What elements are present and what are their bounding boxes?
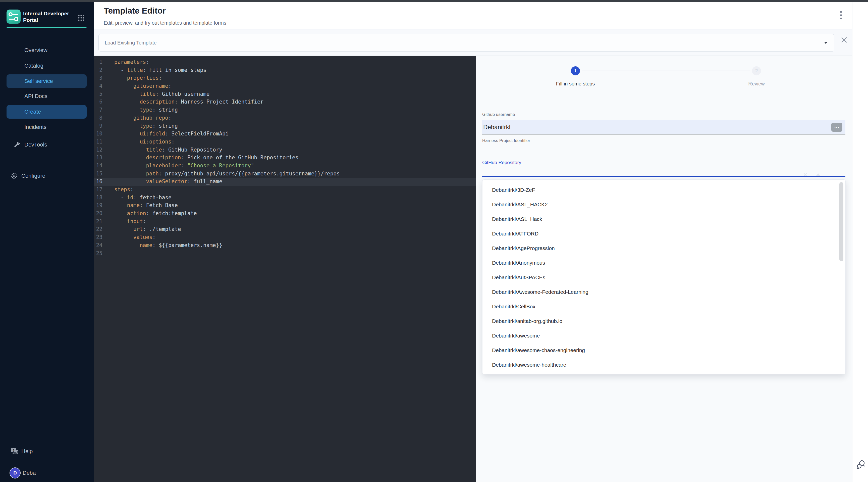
line-content: valueSelector: full_name xyxy=(114,178,222,186)
line-content: description: Harness Project Identifier xyxy=(114,98,264,106)
repo-option[interactable]: Debanitrkl/CellBox xyxy=(483,299,845,314)
sidebar-item-label: Configure xyxy=(21,173,45,179)
line-number: 16 xyxy=(94,178,102,186)
repo-option[interactable]: Debanitrkl/ASL_Hack xyxy=(483,212,845,227)
line-number: 6 xyxy=(94,98,102,106)
gear-icon xyxy=(10,172,18,179)
code-line[interactable]: 10 ui:field: SelectFieldFromApi xyxy=(94,130,476,138)
load-template-placeholder: Load Existing Template xyxy=(105,40,156,46)
code-line[interactable]: 11 ui:options: xyxy=(94,138,476,146)
sidebar-item-devtools[interactable]: DevTools xyxy=(0,139,94,150)
sidebar-item-incidents[interactable]: Incidents xyxy=(0,122,94,133)
code-line[interactable]: 5 title: Github username xyxy=(94,90,476,98)
more-options-button[interactable] xyxy=(837,10,845,22)
repo-option[interactable]: Debanitrkl/awesome xyxy=(483,328,845,343)
code-line[interactable]: 20 action: fetch:template xyxy=(94,210,476,218)
close-toolbar-button[interactable] xyxy=(840,36,848,44)
code-line[interactable]: 2 - title: Fill in some steps xyxy=(94,66,476,74)
line-number: 19 xyxy=(94,202,102,210)
code-line[interactable]: 23 values: xyxy=(94,234,476,241)
pipeline-logo-icon xyxy=(6,9,21,24)
sidebar-item-catalog[interactable]: Catalog xyxy=(0,60,94,71)
line-content: name: Fetch Base xyxy=(114,202,178,210)
sidebar-item-label: Overview xyxy=(24,47,48,54)
load-template-select[interactable]: Load Existing Template xyxy=(98,34,834,52)
line-content: parameters: xyxy=(114,58,149,66)
line-number: 23 xyxy=(94,234,102,241)
clear-selection-icon[interactable]: × xyxy=(803,171,807,179)
ellipsis-glyph: ⋯ xyxy=(834,124,840,130)
help-button[interactable]: ? Help xyxy=(0,446,94,457)
window-top-edge xyxy=(0,0,868,2)
sidebar-item-create[interactable]: Create xyxy=(6,105,87,119)
dropdown-scrollbar-thumb[interactable] xyxy=(839,182,843,261)
sidebar-item-overview[interactable]: Overview xyxy=(0,45,94,56)
code-line[interactable]: 19 name: Fetch Base xyxy=(94,202,476,210)
code-line[interactable]: 22 url: ./template xyxy=(94,225,476,234)
code-line[interactable]: 1parameters: xyxy=(94,58,476,66)
repo-option[interactable]: Debanitrkl/awesome-healthcare xyxy=(483,358,845,372)
line-content: values: xyxy=(114,234,155,241)
sidebar-item-label: Self service xyxy=(24,78,53,85)
code-line[interactable]: 25 xyxy=(94,249,476,258)
code-line[interactable]: 3 properties: xyxy=(94,74,476,82)
github-repository-select[interactable]: × xyxy=(482,167,845,177)
code-line[interactable]: 13 description: Pick one of the GitHub R… xyxy=(94,154,476,162)
code-lines: 1parameters:2 - title: Fill in some step… xyxy=(94,58,476,257)
right-rail xyxy=(852,2,868,482)
code-line[interactable]: 14 placeholder: "Choose a Repository" xyxy=(94,162,476,170)
line-content: placeholder: "Choose a Repository" xyxy=(114,162,254,170)
portal-title-line2: Portal xyxy=(23,17,69,23)
code-line[interactable]: 17steps: xyxy=(94,186,476,194)
line-number: 11 xyxy=(94,138,102,146)
repo-option[interactable]: Debanitrkl/awesome-chaos-engineering xyxy=(483,343,845,358)
code-line[interactable]: 24 name: ${{parameters.name}} xyxy=(94,241,476,249)
line-content: gitusername: xyxy=(114,82,172,90)
line-content: description: Pick one of the GitHub Repo… xyxy=(114,154,299,162)
sidebar-item-configure[interactable]: Configure xyxy=(0,170,94,181)
line-number: 4 xyxy=(94,82,102,90)
repo-option[interactable]: Debanitrkl/Awesome-Federated-Learning xyxy=(483,285,845,299)
github-username-input[interactable]: Debanitrkl ⋯ xyxy=(482,120,845,134)
code-line[interactable]: 9 type: string xyxy=(94,122,476,130)
code-line[interactable]: 21 input: xyxy=(94,218,476,226)
repo-option[interactable]: Debanitrkl/Anonymous xyxy=(483,255,845,270)
autofill-icon[interactable]: ⋯ xyxy=(831,123,842,132)
line-number: 13 xyxy=(94,154,102,162)
code-line[interactable]: 12 title: GitHub Repository xyxy=(94,146,476,154)
apps-grid-icon[interactable] xyxy=(78,14,84,22)
repo-option[interactable]: Debanitrkl/anitab-org.github.io xyxy=(483,314,845,328)
sidebar-item-self-service[interactable]: Self service xyxy=(6,74,87,88)
repo-option[interactable]: Debanitrkl/ASL_HACK2 xyxy=(483,197,845,212)
line-number: 2 xyxy=(94,66,102,74)
sidebar-item-api-docs[interactable]: API Docs xyxy=(0,91,94,102)
user-name: Deba xyxy=(23,470,36,476)
github-username-label: Github username xyxy=(482,112,515,117)
stepper-step-2[interactable]: 2 xyxy=(752,66,761,76)
repo-option[interactable]: Debanitrkl/ATFORD xyxy=(483,227,845,241)
line-number: 10 xyxy=(94,130,102,138)
code-line[interactable]: 8 github_repo: xyxy=(94,114,476,122)
repo-option[interactable]: Debanitrkl/3D-ZeF xyxy=(483,183,845,197)
code-line[interactable]: 15 path: proxy/github-api/users/{{parame… xyxy=(94,170,476,178)
line-number: 8 xyxy=(94,114,102,122)
code-line[interactable]: 7 type: string xyxy=(94,106,476,114)
stepper-step-1[interactable]: 1 xyxy=(571,66,580,76)
focused-field-underline xyxy=(482,176,845,177)
repo-option[interactable]: Debanitrkl/AgeProgression xyxy=(483,241,845,255)
code-line[interactable]: 6 description: Harness Project Identifie… xyxy=(94,98,476,106)
line-number: 12 xyxy=(94,146,102,154)
code-line[interactable]: 18 - id: fetch-base xyxy=(94,194,476,202)
help-label: Help xyxy=(21,448,33,455)
code-line[interactable]: 16 valueSelector: full_name xyxy=(94,178,476,186)
github-repository-label: GitHub Repository xyxy=(482,160,521,165)
user-menu[interactable]: D Deba xyxy=(0,468,94,479)
page-header: Template Editor Edit, preview, and try o… xyxy=(94,2,852,29)
code-line[interactable]: 4 gitusername: xyxy=(94,82,476,90)
yaml-editor[interactable]: 1parameters:2 - title: Fill in some step… xyxy=(94,56,476,482)
chat-bubbles-icon[interactable] xyxy=(856,459,867,471)
portal-logo xyxy=(6,9,21,24)
line-number: 1 xyxy=(94,58,102,66)
line-content: path: proxy/github-api/users/{{parameter… xyxy=(114,170,340,178)
repo-option[interactable]: Debanitrkl/AutSPACEs xyxy=(483,270,845,285)
